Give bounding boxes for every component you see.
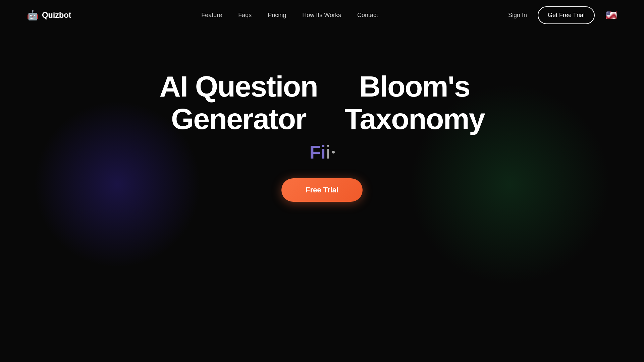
cursor-dot (332, 151, 335, 154)
navbar: 🤖 Quizbot Feature Faqs Pricing How Its W… (0, 0, 644, 30)
get-free-trial-button[interactable]: Get Free Trial (538, 6, 595, 24)
hero-section: AI Question Generator Bloom's Taxonomy F… (0, 30, 644, 202)
language-flag-icon[interactable]: 🇺🇸 (605, 10, 617, 21)
nav-item-contact[interactable]: Contact (357, 12, 378, 18)
logo[interactable]: 🤖 Quizbot (27, 10, 71, 21)
nav-links: Feature Faqs Pricing How Its Works Conta… (201, 12, 378, 19)
hero-titles: AI Question Generator Bloom's Taxonomy (159, 70, 484, 135)
hero-title-left-line2: Generator (159, 103, 318, 135)
hero-title-left: AI Question Generator (159, 70, 318, 135)
logo-icon: 🤖 (27, 10, 39, 21)
hero-title-right-line2: Taxonomy (344, 103, 485, 135)
free-trial-button[interactable]: Free Trial (281, 178, 363, 202)
animated-word: Fii (309, 141, 334, 163)
nav-right: Sign In Get Free Trial 🇺🇸 (508, 6, 617, 24)
hero-title-right: Bloom's Taxonomy (344, 70, 485, 135)
animated-letters: Fi (309, 141, 325, 163)
sign-in-link[interactable]: Sign In (508, 12, 527, 19)
nav-item-feature[interactable]: Feature (201, 12, 222, 18)
nav-item-how-it-works[interactable]: How Its Works (302, 12, 341, 18)
logo-text: Quizbot (42, 10, 71, 20)
nav-item-faqs[interactable]: Faqs (238, 12, 252, 18)
hero-title-right-line1: Bloom's (344, 70, 485, 103)
nav-item-pricing[interactable]: Pricing (268, 12, 286, 18)
hero-animated-text: Fii (309, 142, 334, 162)
hero-title-left-line1: AI Question (159, 70, 318, 103)
